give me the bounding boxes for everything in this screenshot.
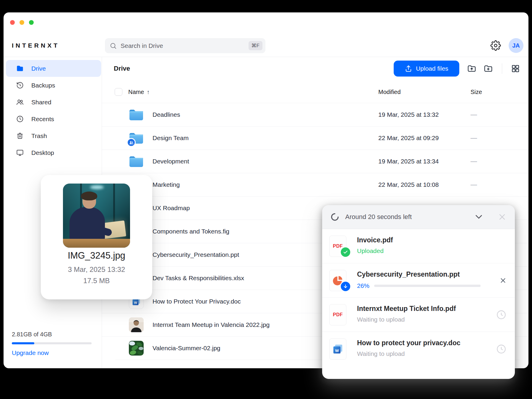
grid-view-icon[interactable]: [511, 64, 520, 73]
sidebar-item-backups[interactable]: Backups: [6, 77, 101, 94]
upload-items-list: PDF Invoice.pdf Uploaded Cybersecurity_P…: [322, 229, 515, 366]
folder-filled-icon: [16, 64, 24, 72]
upgrade-link[interactable]: Upgrade now: [12, 349, 92, 356]
search-shortcut-badge: ⌘F: [249, 41, 262, 50]
file-preview-thumbnail: [63, 184, 130, 248]
minimize-window-button[interactable]: [20, 20, 24, 25]
column-header-size[interactable]: Size: [471, 89, 482, 95]
preview-filename: IMG_3245.jpg: [41, 250, 152, 261]
upload-icon: [405, 65, 412, 72]
file-modified: 22 Mar, 2025 at 10:08: [378, 181, 439, 188]
trash-icon: [16, 132, 24, 140]
file-name: Development: [153, 158, 189, 165]
upload-progress-panel: Around 20 seconds left PDF Invoice.pdf U…: [322, 205, 515, 379]
avatar[interactable]: JA: [509, 38, 523, 53]
powerpoint-file-icon: [329, 270, 346, 291]
new-folder-icon[interactable]: [484, 64, 493, 73]
page-title: Drive: [114, 65, 130, 72]
search-icon: [110, 42, 117, 49]
storage-widget: 2.81GB of 4GB Upgrade now: [12, 331, 92, 356]
folder-icon: [129, 107, 144, 122]
close-icon[interactable]: [497, 212, 507, 222]
upload-item-name: How to protect your privacy.doc: [357, 339, 460, 347]
waiting-clock-icon: [496, 309, 507, 320]
file-size: —: [471, 134, 477, 142]
folder-icon: [129, 154, 144, 169]
clock-icon: [16, 115, 24, 123]
sidebar-item-drive[interactable]: Drive: [6, 60, 101, 77]
progress-bar: [374, 285, 481, 287]
monitor-icon: [16, 149, 24, 157]
storage-meter: [12, 342, 92, 344]
table-row[interactable]: Deadlines 19 Mar, 2025 at 13:32 —: [102, 103, 528, 126]
select-all-checkbox[interactable]: [115, 88, 122, 96]
file-name: Design Team: [153, 134, 189, 142]
sidebar-item-recents[interactable]: Recents: [6, 111, 101, 127]
gear-icon[interactable]: [490, 40, 501, 51]
file-preview-card: IMG_3245.jpg 3 Mar, 2025 13:32 17.5 MB: [41, 175, 152, 299]
file-name: Marketing: [153, 181, 180, 188]
window-controls: [10, 20, 34, 25]
uploaded-check-icon: [340, 246, 351, 258]
storage-meter-fill: [12, 342, 34, 344]
internxt-logo: INTERNXT: [12, 42, 59, 49]
upload-percent: 26%: [357, 282, 369, 289]
preview-size: 17.5 MB: [41, 277, 152, 285]
folder-icon: [129, 131, 144, 145]
file-modified: 19 Mar, 2025 at 13:32: [378, 111, 439, 118]
sidebar-item-label: Trash: [31, 132, 47, 140]
cancel-upload-icon[interactable]: [499, 277, 507, 284]
close-window-button[interactable]: [10, 20, 15, 25]
column-header-modified[interactable]: Modified: [378, 89, 401, 95]
preview-date: 3 Mar, 2025 13:32: [41, 265, 152, 274]
upload-item-status: Waiting to upload: [357, 350, 460, 357]
file-name: Cybersecurity_Presentation.ppt: [153, 251, 239, 258]
file-size: —: [471, 111, 477, 119]
table-row[interactable]: Marketing 22 Mar, 2025 at 10:08 —: [102, 173, 528, 196]
spinner-icon: [330, 213, 339, 221]
sidebar-item-label: Backups: [31, 82, 55, 89]
shared-folder-badge-icon: [127, 138, 136, 147]
upload-files-button[interactable]: Upload files: [394, 61, 459, 77]
column-header-name[interactable]: Name ↑: [128, 89, 150, 95]
sidebar-item-trash[interactable]: Trash: [6, 127, 101, 144]
file-size: —: [471, 158, 477, 165]
zoom-window-button[interactable]: [29, 20, 34, 25]
svg-text:W: W: [335, 348, 339, 353]
upload-folder-icon[interactable]: [467, 64, 476, 73]
photo-portrait-thumbnail: [129, 317, 144, 332]
file-name: Components and Tokens.fig: [153, 228, 229, 235]
sidebar-item-shared[interactable]: Shared: [6, 94, 101, 111]
sidebar-item-label: Shared: [31, 99, 51, 106]
sidebar-item-label: Recents: [31, 116, 54, 123]
pdf-file-icon: PDF: [329, 304, 346, 325]
word-file-icon: W: [329, 338, 346, 360]
upload-item: Cybersecurity_Presentation.ppt 26%: [322, 263, 515, 298]
file-icon: [129, 341, 144, 356]
history-icon: [16, 81, 24, 89]
table-row[interactable]: Development 19 Mar, 2025 at 13:34 —: [102, 150, 528, 173]
sidebar-item-label: Drive: [31, 65, 46, 72]
chevron-down-icon[interactable]: [474, 212, 484, 222]
search-input[interactable]: [121, 42, 249, 49]
file-name: Internxt Team Meetup in Valencia 2022.jp…: [153, 321, 270, 328]
upload-item-name: Invoice.pdf: [357, 236, 393, 244]
search-bar[interactable]: ⌘F: [105, 38, 265, 53]
sidebar-item-desktop[interactable]: Desktop: [6, 144, 101, 161]
users-icon: [16, 98, 24, 106]
file-name: Deadlines: [153, 111, 180, 118]
uploading-arrow-icon: [340, 281, 351, 292]
waiting-clock-icon: [496, 343, 507, 355]
table-row[interactable]: Design Team 22 Mar, 2025 at 09:29 —: [102, 126, 528, 150]
upload-panel-header: Around 20 seconds left: [322, 205, 515, 229]
upload-item-status: Uploaded: [357, 247, 393, 254]
file-name: How to Protect Your Privacy.doc: [153, 298, 241, 305]
upload-item: PDF Invoice.pdf Uploaded: [322, 229, 515, 263]
file-modified: 22 Mar, 2025 at 09:29: [378, 134, 439, 142]
file-name: UX Roadmap: [153, 205, 190, 212]
upload-item-name: Internxt Meetup Ticket Info.pdf: [357, 305, 456, 313]
upload-item-status: Waiting to upload: [357, 316, 456, 323]
file-icon: [129, 317, 144, 332]
upload-item: PDF Internxt Meetup Ticket Info.pdf Wait…: [322, 298, 515, 332]
storage-usage-text: 2.81GB of 4GB: [12, 331, 92, 338]
